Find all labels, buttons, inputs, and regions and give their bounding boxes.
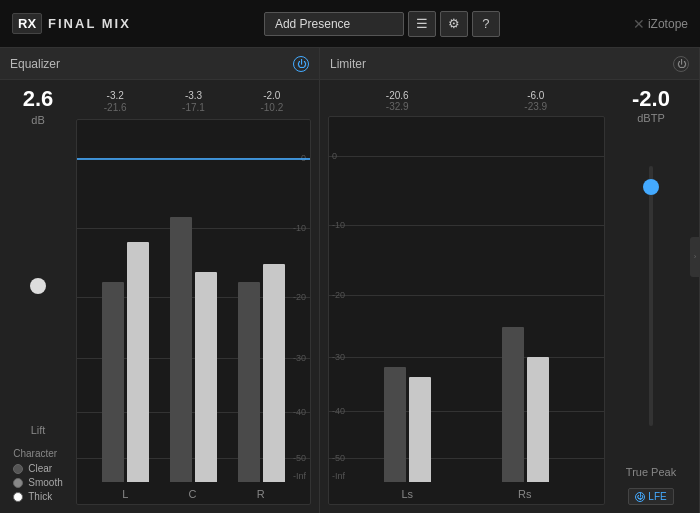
logo-text: FINAL MIX bbox=[48, 16, 131, 31]
eq-values-top: -3.2 -21.6 -3.3 -17.1 -2.0 -10.2 bbox=[76, 88, 311, 119]
eq-bar-label-R: R bbox=[257, 488, 265, 500]
eq-bar-R-light bbox=[263, 264, 285, 482]
limiter-panel: Limiter ⏻ -20.6 -32.9 -6.0 -23.9 bbox=[320, 48, 700, 513]
header-right: ✕ iZotope bbox=[633, 16, 688, 32]
lim-bar-Ls-dark bbox=[384, 367, 406, 482]
eq-title: Equalizer bbox=[10, 57, 60, 71]
logo-rx: RX bbox=[12, 13, 42, 34]
izotope-logo: ✕ iZotope bbox=[633, 16, 688, 32]
true-peak-section: -2.0 dBTP True Peak ⏻ LFE bbox=[611, 88, 691, 505]
lim-bar-label-Rs: Rs bbox=[518, 488, 531, 500]
lim-col-Rs-vals: -6.0 -23.9 bbox=[524, 90, 547, 112]
limiter-title: Limiter bbox=[330, 57, 366, 71]
eq-C-top: -3.3 bbox=[185, 90, 202, 101]
eq-col-L-vals: -3.2 -21.6 bbox=[104, 90, 127, 113]
help-button[interactable]: ? bbox=[472, 11, 500, 37]
char-label-clear: Clear bbox=[28, 463, 52, 474]
eq-left-controls: 2.6 dB Lift Character Clear bbox=[8, 88, 68, 505]
eq-body: 2.6 dB Lift Character Clear bbox=[0, 80, 319, 513]
eq-L-top: -3.2 bbox=[107, 90, 124, 101]
eq-R-bot: -10.2 bbox=[260, 102, 283, 113]
eq-bar-label-L: L bbox=[122, 488, 128, 500]
char-label-smooth: Smooth bbox=[28, 477, 62, 488]
lim-bar-Rs-light bbox=[527, 357, 549, 482]
eq-db-value: 2.6 bbox=[23, 88, 54, 110]
lim-bars-wrapper bbox=[329, 117, 604, 504]
limiter-power-button[interactable]: ⏻ bbox=[673, 56, 689, 72]
lim-col-Ls-vals: -20.6 -32.9 bbox=[386, 90, 409, 112]
eq-C-bot: -17.1 bbox=[182, 102, 205, 113]
character-option-smooth[interactable]: Smooth bbox=[13, 477, 62, 488]
equalizer-panel: Equalizer ⏻ 2.6 dB Lift Ch bbox=[0, 48, 320, 513]
eq-power-button[interactable]: ⏻ bbox=[293, 56, 309, 72]
char-label-thick: Thick bbox=[28, 491, 52, 502]
eq-bar-R-dark bbox=[238, 282, 260, 482]
true-peak-track bbox=[649, 166, 653, 426]
limiter-panel-header: Limiter ⏻ bbox=[320, 48, 699, 80]
character-section: Character Clear Smooth Thick bbox=[13, 448, 62, 505]
lim-Rs-bot: -23.9 bbox=[524, 101, 547, 112]
eq-bar-R bbox=[238, 264, 285, 482]
lfe-power-icon: ⏻ bbox=[635, 492, 645, 502]
eq-L-bot: -21.6 bbox=[104, 102, 127, 113]
true-peak-thumb[interactable] bbox=[643, 179, 659, 195]
eq-bars-area: -3.2 -21.6 -3.3 -17.1 -2.0 -10.2 bbox=[76, 88, 311, 505]
lim-bar-Rs bbox=[502, 327, 549, 482]
character-title: Character bbox=[13, 448, 62, 459]
lim-bar-label-Ls: Ls bbox=[401, 488, 413, 500]
surround-bars-container: 0 -10 -20 -30 -40 -50 -Inf bbox=[328, 116, 605, 505]
eq-bar-C-light bbox=[195, 272, 217, 482]
lim-Ls-top: -20.6 bbox=[386, 90, 409, 101]
eq-bar-C-dark bbox=[170, 217, 192, 482]
eq-bar-L-dark bbox=[102, 282, 124, 482]
character-option-thick[interactable]: Thick bbox=[13, 491, 62, 502]
lim-Ls-bot: -32.9 bbox=[386, 101, 409, 112]
header-center: ☰ ⚙ ? bbox=[264, 11, 500, 37]
collapse-tab[interactable]: › bbox=[690, 237, 700, 277]
char-dot-clear bbox=[13, 464, 23, 474]
limiter-body: -20.6 -32.9 -6.0 -23.9 0 -10 -20 bbox=[320, 80, 699, 513]
eq-bar-label-C: C bbox=[189, 488, 197, 500]
eq-col-C-vals: -3.3 -17.1 bbox=[182, 90, 205, 113]
lim-values-top: -20.6 -32.9 -6.0 -23.9 bbox=[328, 88, 605, 116]
eq-db-unit: dB bbox=[31, 114, 44, 126]
true-peak-unit: dBTP bbox=[637, 112, 665, 124]
eq-bar-L bbox=[102, 242, 149, 482]
lift-label: Lift bbox=[31, 424, 46, 436]
settings-button[interactable]: ⚙ bbox=[440, 11, 468, 37]
lim-bar-Ls bbox=[384, 367, 431, 482]
char-dot-thick bbox=[13, 492, 23, 502]
lfe-area: ⏻ LFE bbox=[628, 488, 673, 505]
eq-panel-header: Equalizer ⏻ bbox=[0, 48, 319, 80]
menu-button[interactable]: ☰ bbox=[408, 11, 436, 37]
eq-bar-C bbox=[170, 217, 217, 482]
logo-area: RX FINAL MIX bbox=[12, 13, 131, 34]
lfe-label: LFE bbox=[648, 491, 666, 502]
header: RX FINAL MIX ☰ ⚙ ? ✕ iZotope bbox=[0, 0, 700, 48]
lim-bar-Ls-light bbox=[409, 377, 431, 482]
character-option-clear[interactable]: Clear bbox=[13, 463, 62, 474]
char-dot-smooth bbox=[13, 478, 23, 488]
true-peak-value: -2.0 bbox=[632, 88, 670, 110]
lift-thumb[interactable] bbox=[30, 278, 46, 294]
main-content: Equalizer ⏻ 2.6 dB Lift Ch bbox=[0, 48, 700, 513]
surround-bars-area: -20.6 -32.9 -6.0 -23.9 0 -10 -20 bbox=[328, 88, 605, 505]
eq-col-R-vals: -2.0 -10.2 bbox=[260, 90, 283, 113]
lim-bar-Rs-dark bbox=[502, 327, 524, 482]
eq-bar-L-light bbox=[127, 242, 149, 482]
eq-R-top: -2.0 bbox=[263, 90, 280, 101]
lim-Rs-top: -6.0 bbox=[527, 90, 544, 101]
lfe-button[interactable]: ⏻ LFE bbox=[628, 488, 673, 505]
true-peak-label: True Peak bbox=[626, 466, 676, 478]
preset-input[interactable] bbox=[264, 12, 404, 36]
eq-bars-container: 0 -10 -20 -30 -40 -50 -Inf bbox=[76, 119, 311, 505]
